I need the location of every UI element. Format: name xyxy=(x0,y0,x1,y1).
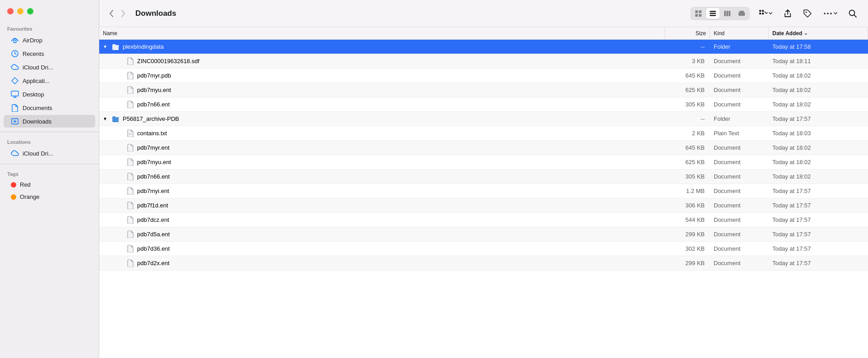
file-rows: ▼ plexbindingdata--FolderToday at 17:58 … xyxy=(99,40,868,271)
sidebar-item-recents[interactable]: Recents xyxy=(4,47,95,60)
table-row[interactable]: pdb7myu.ent625 KBDocumentToday at 18:02 xyxy=(99,155,868,170)
file-kind-cell: Document xyxy=(710,231,769,238)
col-header-kind[interactable]: Kind xyxy=(710,27,769,39)
sidebar-item-desktop[interactable]: Desktop xyxy=(4,88,95,101)
table-row[interactable]: pdb7d36.ent302 KBDocumentToday at 17:57 xyxy=(99,242,868,256)
file-name-cell: pdb7myr.pdb xyxy=(99,72,665,80)
file-name-cell: pdb7dcz.ent xyxy=(99,216,665,224)
sidebar-item-icloud[interactable]: iCloud Dri... xyxy=(4,61,95,73)
file-name-text: plexbindingdata xyxy=(123,43,164,50)
sidebar-item-applications[interactable]: Applicati... xyxy=(4,74,95,87)
file-list-container[interactable]: Name Size Kind Date Added ⌄ ▼ plexbindin… xyxy=(99,27,868,358)
file-name-cell: pdb7myu.ent xyxy=(99,158,665,166)
favourites-label: Favourites xyxy=(0,23,99,33)
file-date-cell: Today at 18:02 xyxy=(769,173,868,180)
svg-rect-17 xyxy=(759,13,761,14)
file-kind-cell: Document xyxy=(710,159,769,165)
file-name-cell: pdb7n66.ent xyxy=(99,101,665,109)
svg-rect-15 xyxy=(759,10,761,12)
view-switcher xyxy=(690,7,750,20)
table-row[interactable]: pdb7d5a.ent299 KBDocumentToday at 17:57 xyxy=(99,227,868,242)
table-row[interactable]: ZINC000019632618.sdf3 KBDocumentToday at… xyxy=(99,54,868,69)
sidebar-item-documents[interactable]: Documents xyxy=(4,101,95,114)
file-date-cell: Today at 17:57 xyxy=(769,245,868,252)
folder-icon xyxy=(112,43,120,51)
document-icon xyxy=(126,173,134,181)
table-row[interactable]: contains.txt2 KBPlain TextToday at 18:03 xyxy=(99,126,868,141)
file-name-cell: pdb7d2x.ent xyxy=(99,259,665,267)
list-view-button[interactable] xyxy=(706,8,720,19)
col-header-size[interactable]: Size xyxy=(665,27,710,39)
file-name-text: pdb7myi.ent xyxy=(137,188,169,194)
file-size-cell: 299 KB xyxy=(665,260,710,266)
document-icon xyxy=(126,57,134,65)
file-name-cell: ▼ plexbindingdata xyxy=(99,43,665,51)
sidebar: Favourites AirDrop Recents iCloud Dri... xyxy=(0,0,99,358)
sidebar-item-airdrop[interactable]: AirDrop xyxy=(4,34,95,46)
table-row[interactable]: ▼ plexbindingdata--FolderToday at 17:58 xyxy=(99,40,868,54)
file-kind-cell: Plain Text xyxy=(710,130,769,137)
file-name-cell: pdb7myr.ent xyxy=(99,144,665,152)
file-size-cell: 2 KB xyxy=(665,130,710,137)
table-row[interactable]: ▼ P56817_archive-PDB--FolderToday at 17:… xyxy=(99,112,868,126)
file-date-cell: Today at 18:02 xyxy=(769,144,868,151)
file-date-cell: Today at 17:57 xyxy=(769,216,868,223)
disclosure-triangle[interactable]: ▼ xyxy=(103,116,109,121)
tag-button[interactable] xyxy=(799,6,816,21)
file-kind-cell: Document xyxy=(710,144,769,151)
file-date-cell: Today at 17:57 xyxy=(769,231,868,238)
file-name-cell: contains.txt xyxy=(99,129,665,138)
file-size-cell: 305 KB xyxy=(665,173,710,180)
group-by-button[interactable] xyxy=(755,7,776,20)
svg-rect-10 xyxy=(724,11,726,16)
file-name-text: ZINC000019632618.sdf xyxy=(137,58,199,64)
disclosure-triangle[interactable]: ▼ xyxy=(103,44,109,49)
minimize-button[interactable] xyxy=(17,8,23,14)
sidebar-item-tag-orange[interactable]: Orange xyxy=(4,191,95,202)
file-date-cell: Today at 17:58 xyxy=(769,43,868,50)
maximize-button[interactable] xyxy=(27,8,33,14)
file-date-cell: Today at 18:11 xyxy=(769,58,868,64)
file-name-cell: pdb7myu.ent xyxy=(99,86,665,94)
nav-buttons xyxy=(106,8,128,19)
table-row[interactable]: pdb7myr.pdb645 KBDocumentToday at 18:02 xyxy=(99,69,868,83)
file-size-cell: 625 KB xyxy=(665,87,710,93)
applications-icon xyxy=(11,77,19,85)
table-row[interactable]: pdb7myu.ent625 KBDocumentToday at 18:02 xyxy=(99,83,868,97)
table-row[interactable]: pdb7f1d.ent306 KBDocumentToday at 17:57 xyxy=(99,198,868,213)
file-size-cell: 645 KB xyxy=(665,144,710,151)
table-row[interactable]: pdb7dcz.ent544 KBDocumentToday at 17:57 xyxy=(99,213,868,227)
file-kind-cell: Document xyxy=(710,101,769,108)
back-button[interactable] xyxy=(106,8,116,19)
search-button[interactable] xyxy=(845,6,861,21)
column-view-button[interactable] xyxy=(720,8,734,19)
file-name-text: pdb7myu.ent xyxy=(137,87,171,93)
sidebar-item-icloud-label: iCloud Dri... xyxy=(23,64,53,71)
gallery-view-button[interactable] xyxy=(735,8,748,19)
file-date-cell: Today at 18:02 xyxy=(769,101,868,108)
table-row[interactable]: pdb7myi.ent1.2 MBDocumentToday at 17:57 xyxy=(99,184,868,198)
sidebar-item-icloud-location[interactable]: iCloud Dri... xyxy=(4,147,95,160)
file-kind-cell: Document xyxy=(710,72,769,79)
file-size-cell: 299 KB xyxy=(665,231,710,238)
col-header-date[interactable]: Date Added ⌄ xyxy=(769,27,868,39)
text-file-icon xyxy=(126,129,134,138)
table-row[interactable]: pdb7n66.ent305 KBDocumentToday at 18:02 xyxy=(99,170,868,184)
col-header-name[interactable]: Name xyxy=(99,27,665,39)
icon-view-button[interactable] xyxy=(692,8,705,19)
close-button[interactable] xyxy=(7,8,14,14)
table-row[interactable]: pdb7myr.ent645 KBDocumentToday at 18:02 xyxy=(99,141,868,155)
sidebar-item-downloads[interactable]: Downloads xyxy=(4,115,95,128)
document-icon xyxy=(126,216,134,224)
forward-button[interactable] xyxy=(118,8,128,19)
file-list-header: Name Size Kind Date Added ⌄ xyxy=(99,27,868,40)
table-row[interactable]: pdb7n66.ent305 KBDocumentToday at 18:02 xyxy=(99,97,868,112)
airdrop-icon xyxy=(11,36,19,44)
file-name-text: pdb7myu.ent xyxy=(137,159,171,165)
more-button[interactable] xyxy=(819,7,841,20)
table-row[interactable]: pdb7d2x.ent299 KBDocumentToday at 17:57 xyxy=(99,256,868,271)
sidebar-item-tag-red[interactable]: Red xyxy=(4,179,95,190)
svg-rect-3 xyxy=(695,10,698,13)
main-area: Downloads xyxy=(99,0,868,358)
share-button[interactable] xyxy=(780,6,796,21)
